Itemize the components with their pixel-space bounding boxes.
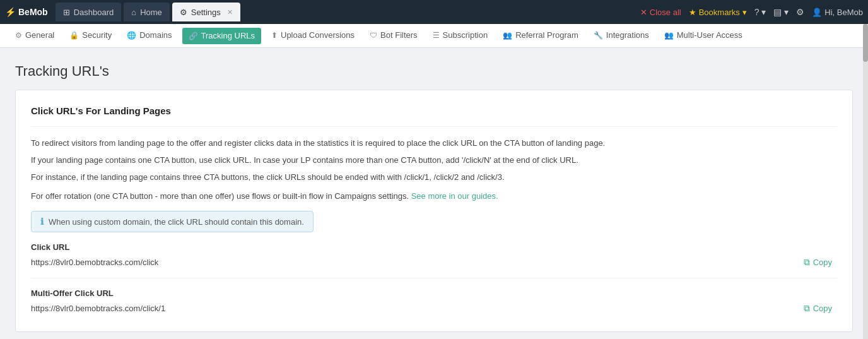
inbox-chevron-icon: ▾ (784, 7, 789, 17)
click-url-text: https://8vlr0.bemobtracks.com/click (31, 258, 791, 267)
chevron-down-icon: ▾ (742, 8, 747, 17)
integrations-nav-icon: 🔧 (594, 31, 603, 40)
top-bar-left: ⚡ BeMob ⊞ Dashboard ⌂ Home ⚙ Settings ✕ (5, 3, 240, 21)
nav-item-multi-user[interactable]: 👥 Multi-User Access (657, 24, 750, 47)
help-icon: ? (754, 7, 760, 17)
multi-offer-url-copy-label: Copy (813, 304, 832, 313)
multi-user-nav-icon: 👥 (664, 31, 674, 40)
close-all-button[interactable]: ✕ Close all (640, 8, 681, 17)
copy-icon-2: ⧉ (804, 303, 810, 314)
click-url-copy-button[interactable]: ⧉ Copy (799, 254, 837, 270)
click-url-block: Click URL https://8vlr0.bemobtracks.com/… (31, 242, 837, 270)
settings-tab-label: Settings (191, 8, 221, 17)
multi-offer-url-copy-button[interactable]: ⧉ Copy (799, 300, 837, 316)
multi-offer-url-text: https://8vlr0.bemobtracks.com/click/1 (31, 304, 791, 313)
bot-filters-nav-icon: 🛡 (370, 31, 377, 40)
referral-nav-icon: 👥 (503, 31, 512, 40)
help-chevron-icon: ▾ (761, 7, 766, 17)
nav-item-subscription[interactable]: ☰ Subscription (425, 24, 496, 47)
dashboard-tab-icon: ⊞ (63, 8, 70, 17)
description-line-1: To redirect visitors from landing page t… (31, 137, 837, 150)
tracking-urls-nav-icon: 🔗 (189, 32, 198, 40)
inbox-button[interactable]: ▤ ▾ (773, 7, 789, 17)
user-label: Hi, BeMob (824, 8, 863, 17)
scrollbar-thumb[interactable] (863, 24, 868, 62)
bookmarks-button[interactable]: ★ Bookmarks ▾ (689, 8, 747, 17)
multi-offer-url-row: https://8vlr0.bemobtracks.com/click/1 ⧉ … (31, 300, 837, 316)
integrations-nav-label: Integrations (606, 30, 649, 40)
multi-offer-url-label: Multi-Offer Click URL (31, 288, 837, 298)
click-url-copy-label: Copy (813, 258, 832, 267)
click-url-row: https://8vlr0.bemobtracks.com/click ⧉ Co… (31, 254, 837, 270)
info-icon: ℹ (40, 217, 44, 227)
home-tab-label: Home (140, 8, 162, 17)
top-bar-right: ✕ Close all ★ Bookmarks ▾ ? ▾ ▤ ▾ ⚙ 👤 Hi… (640, 7, 863, 17)
multi-offer-url-block: Multi-Offer Click URL https://8vlr0.bemo… (31, 288, 837, 316)
dashboard-tab-label: Dashboard (74, 8, 114, 17)
inbox-icon: ▤ (773, 7, 782, 17)
logo: ⚡ BeMob (5, 7, 48, 17)
section-title: Click URL's For Landing Pages (31, 105, 837, 116)
click-url-label: Click URL (31, 242, 837, 252)
description-line-2: If your landing page contains one CTA bu… (31, 154, 837, 167)
nav-item-bot-filters[interactable]: 🛡 Bot Filters (362, 24, 425, 47)
home-tab-icon: ⌂ (131, 8, 136, 17)
description-line-3: For instance, if the landing page contai… (31, 171, 837, 184)
url-row-divider (31, 278, 837, 278)
tab-home[interactable]: ⌂ Home (124, 3, 170, 21)
star-icon: ★ (689, 8, 696, 17)
tracking-urls-nav-label: Tracking URLs (201, 31, 255, 40)
main-content: Tracking URL's Click URL's For Landing P… (0, 48, 868, 339)
section-divider (31, 126, 837, 127)
tracking-urls-card: Click URL's For Landing Pages To redirec… (15, 90, 853, 332)
nav-item-general[interactable]: ⚙ General (8, 24, 62, 47)
rotation-text: For offer rotation (one CTA button - mor… (31, 190, 837, 203)
logo-text: BeMob (18, 7, 48, 17)
info-message: When using custom domain, the click URL … (49, 217, 304, 227)
security-nav-icon: 🔒 (69, 31, 79, 40)
secondary-nav: ⚙ General 🔒 Security 🌐 Domains 🔗 Trackin… (0, 24, 868, 48)
global-settings-button[interactable]: ⚙ (796, 7, 804, 17)
nav-item-domains[interactable]: 🌐 Domains (119, 24, 179, 47)
nav-item-referral[interactable]: 👥 Referral Program (495, 24, 586, 47)
logo-icon: ⚡ (5, 7, 16, 17)
settings-tab-icon: ⚙ (180, 8, 187, 17)
bot-filters-nav-label: Bot Filters (380, 30, 418, 40)
nav-item-integrations[interactable]: 🔧 Integrations (586, 24, 657, 47)
nav-item-security[interactable]: 🔒 Security (62, 24, 119, 47)
page-title: Tracking URL's (15, 63, 853, 80)
close-tab-settings[interactable]: ✕ (227, 8, 233, 16)
gear-icon: ⚙ (796, 7, 804, 17)
help-button[interactable]: ? ▾ (754, 7, 766, 17)
user-icon: 👤 (812, 8, 822, 17)
bookmarks-label: Bookmarks (699, 8, 740, 17)
general-nav-icon: ⚙ (15, 31, 22, 40)
top-bar: ⚡ BeMob ⊞ Dashboard ⌂ Home ⚙ Settings ✕ … (0, 0, 868, 24)
guides-link[interactable]: See more in our guides. (411, 191, 498, 201)
domains-nav-label: Domains (139, 30, 172, 40)
subscription-nav-label: Subscription (443, 30, 488, 40)
nav-item-upload-conversions[interactable]: ⬆ Upload Conversions (264, 24, 362, 47)
copy-icon-1: ⧉ (804, 257, 810, 268)
security-nav-label: Security (82, 30, 112, 40)
upload-conversions-nav-label: Upload Conversions (281, 30, 355, 40)
scrollbar-track[interactable] (863, 24, 868, 339)
tab-dashboard[interactable]: ⊞ Dashboard (56, 3, 122, 21)
info-box: ℹ When using custom domain, the click UR… (31, 211, 314, 232)
multi-user-nav-label: Multi-User Access (677, 30, 742, 40)
rotation-text-content: For offer rotation (one CTA button - mor… (31, 191, 409, 201)
close-all-label: Close all (650, 8, 681, 17)
domains-nav-icon: 🌐 (127, 31, 136, 40)
referral-nav-label: Referral Program (515, 30, 578, 40)
subscription-nav-icon: ☰ (433, 31, 440, 40)
upload-conversions-nav-icon: ⬆ (271, 31, 278, 40)
general-nav-label: General (25, 30, 54, 40)
user-menu-button[interactable]: 👤 Hi, BeMob (812, 8, 863, 17)
tab-settings[interactable]: ⚙ Settings ✕ (172, 3, 240, 21)
nav-item-tracking-urls[interactable]: 🔗 Tracking URLs (182, 28, 261, 44)
close-all-icon: ✕ (640, 8, 647, 17)
